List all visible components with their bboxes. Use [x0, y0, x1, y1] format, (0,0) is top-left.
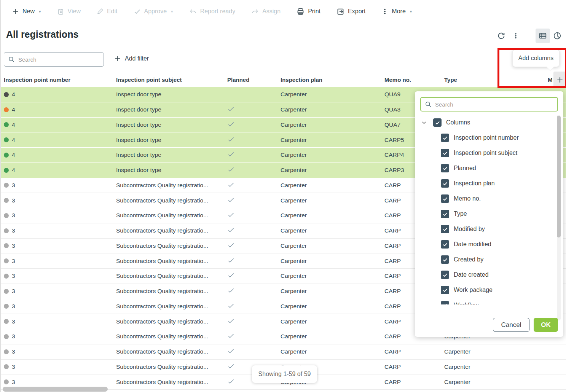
inspection-point-number: 4 — [12, 91, 15, 98]
inspection-point-number-cell: 3 — [4, 333, 116, 340]
columns-search-input[interactable] — [435, 101, 553, 108]
more-button[interactable]: More ▾ — [381, 8, 412, 15]
column-toggle-item[interactable]: Inspection point number — [415, 130, 554, 145]
column-header-inspection-point-number[interactable]: Inspection point number — [4, 76, 116, 83]
add-columns-button[interactable] — [553, 72, 566, 88]
chevron-down-icon: ▾ — [171, 9, 173, 14]
title-row: All registrations — [1, 23, 566, 49]
inspection-point-number: 4 — [12, 121, 15, 128]
table-row[interactable]: 3Subcontractors Quality registratio...Ca… — [1, 344, 566, 360]
tooltip-text: Add columns — [518, 55, 554, 62]
column-toggle-item[interactable]: Type — [415, 206, 554, 221]
planned-cell — [227, 120, 281, 129]
column-checkbox[interactable] — [441, 134, 449, 142]
cancel-button[interactable]: Cancel — [493, 318, 529, 332]
chevron-down-icon: ▾ — [410, 9, 412, 14]
column-toggle-item[interactable]: Memo no. — [415, 191, 554, 206]
status-dot — [4, 379, 9, 384]
inspection-point-number: 3 — [12, 227, 15, 234]
columns-children: Inspection point numberInspection point … — [415, 130, 554, 304]
add-columns-tooltip: Add columns — [512, 49, 560, 67]
column-checkbox[interactable] — [441, 271, 449, 279]
edit-button: Edit — [97, 8, 118, 15]
inspection-point-subject-cell: Subcontractors Quality registratio... — [116, 363, 227, 370]
inspection-plan-cell: Carpenter — [281, 151, 384, 158]
type-cell: Carpenter — [444, 363, 548, 370]
inspection-point-subject-cell: Subcontractors Quality registratio... — [116, 272, 227, 279]
inspection-point-subject-cell: Subcontractors Quality registratio... — [116, 379, 227, 386]
inspection-plan-cell: Carpenter — [281, 212, 384, 219]
inspection-plan-cell: Carpenter — [281, 137, 384, 143]
inspection-plan-cell: Carpenter — [281, 227, 384, 234]
app-window: New ▾ View Edit Approve ▾ Report ready A… — [0, 0, 566, 392]
column-header-type[interactable]: Type — [444, 76, 548, 83]
status-dot — [4, 274, 9, 279]
column-checkbox[interactable] — [441, 210, 449, 218]
column-checkbox[interactable] — [441, 240, 449, 249]
column-toggle-item[interactable]: Inspection point subject — [415, 145, 554, 161]
panel-scrollbar-thumb[interactable] — [557, 116, 561, 237]
column-toggle-item[interactable]: Workflow — [415, 298, 554, 304]
view-menu-button[interactable] — [509, 29, 523, 43]
column-checkbox[interactable] — [441, 225, 449, 233]
column-checkbox[interactable] — [441, 301, 449, 304]
inspection-plan-cell: Carpenter — [281, 348, 384, 355]
status-dot — [4, 349, 9, 354]
column-toggle-label: Type — [454, 210, 467, 217]
column-header-inspection-plan[interactable]: Inspection plan — [281, 76, 384, 83]
approve-button: Approve ▾ — [134, 8, 173, 15]
column-toggle-item[interactable]: Date modified — [415, 237, 554, 252]
horizontal-scrollbar-thumb[interactable] — [3, 387, 108, 392]
print-button[interactable]: Print — [297, 8, 320, 16]
assign-button-label: Assign — [262, 8, 281, 15]
chart-view-toggle[interactable] — [550, 29, 564, 43]
column-toggle-item[interactable]: Planned — [415, 161, 554, 176]
inspection-point-number-cell: 3 — [4, 182, 116, 189]
inspection-plan-cell: Carpenter — [281, 258, 384, 265]
column-checkbox[interactable] — [441, 149, 449, 157]
search-input[interactable] — [18, 56, 100, 63]
column-toggle-item[interactable]: Inspection plan — [415, 176, 554, 191]
column-toggle-item[interactable]: Modified by — [415, 221, 554, 237]
column-checkbox[interactable] — [441, 179, 449, 188]
inspection-point-number: 4 — [12, 137, 15, 143]
column-checkbox[interactable] — [441, 164, 449, 172]
planned-cell — [227, 287, 281, 296]
column-toggle-item[interactable]: Work package — [415, 282, 554, 298]
plus-icon — [114, 55, 121, 62]
columns-root-item[interactable]: Columns — [415, 115, 554, 130]
status-dot — [4, 243, 9, 248]
inspection-point-number-cell: 4 — [4, 121, 116, 128]
table-search[interactable] — [4, 52, 104, 67]
status-dot — [4, 258, 9, 263]
new-button[interactable]: New ▾ — [12, 8, 41, 15]
columns-panel-search[interactable] — [420, 97, 558, 112]
planned-cell — [227, 347, 281, 356]
column-header-planned[interactable]: Planned — [227, 76, 281, 83]
planned-check-icon — [227, 332, 235, 339]
chevron-down-icon[interactable] — [421, 120, 429, 126]
column-toggle-item[interactable]: Created by — [415, 252, 554, 267]
column-toggle-label: Date modified — [454, 241, 491, 248]
export-button[interactable]: Export — [336, 8, 365, 16]
inspection-point-number: 3 — [12, 258, 15, 265]
columns-root-checkbox[interactable] — [433, 118, 442, 127]
report-ready-button-label: Report ready — [200, 8, 236, 15]
column-checkbox[interactable] — [441, 194, 449, 203]
column-checkbox[interactable] — [441, 286, 449, 294]
refresh-button[interactable] — [494, 29, 509, 43]
column-toggle-item[interactable]: Date created — [415, 267, 554, 282]
inspection-point-number-cell: 3 — [4, 318, 116, 325]
plus-icon — [12, 8, 19, 15]
arrow-undo-icon — [189, 8, 197, 15]
planned-cell — [227, 166, 281, 175]
planned-check-icon — [227, 196, 235, 204]
add-filter-button[interactable]: Add filter — [114, 55, 149, 62]
table-header: Inspection point number Inspection point… — [1, 72, 566, 87]
ok-button[interactable]: OK — [534, 318, 558, 332]
column-header-memo-no[interactable]: Memo no. — [384, 76, 444, 83]
table-view-toggle[interactable] — [536, 29, 550, 43]
column-checkbox[interactable] — [441, 255, 449, 264]
planned-check-icon — [227, 105, 235, 113]
column-header-inspection-point-subject[interactable]: Inspection point subject — [116, 76, 227, 83]
